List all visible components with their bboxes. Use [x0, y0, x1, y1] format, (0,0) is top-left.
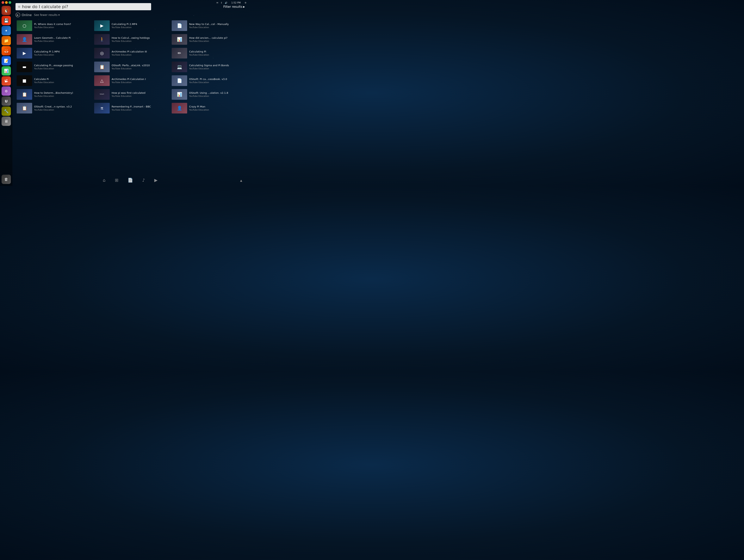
result-thumb-3: 📄 — [172, 20, 187, 31]
result-source-5: YouTube Education — [112, 40, 166, 42]
result-item-21[interactable]: 👤 Crazy Pi Man YouTube Education — [171, 102, 245, 114]
result-item-10[interactable]: ▬ Calculating Pi...essage passing YouTub… — [15, 61, 90, 73]
sidebar-item-calc[interactable]: 📊 — [2, 66, 11, 76]
result-title-16: How to Determ...Biochemistry) — [34, 91, 89, 95]
thumb-icon-1: ○ — [23, 23, 26, 28]
result-info-7: Calculating Pi 1.MP4 YouTube Education — [34, 50, 89, 56]
writer-icon: 📝 — [4, 58, 9, 63]
result-info-13: Calculate Pi YouTube Education — [34, 78, 89, 84]
thumb-icon-12: 💻 — [177, 65, 182, 69]
result-item-7[interactable]: ▶ Calculating Pi 1.MP4 YouTube Education — [15, 47, 90, 59]
nav-apps[interactable]: ⊞ — [115, 178, 118, 183]
thumb-icon-16: 📋 — [22, 92, 27, 97]
result-source-10: YouTube Education — [34, 67, 89, 70]
settings-icon[interactable]: ⚙ — [245, 2, 247, 4]
nav-more-arrow[interactable]: ▲ — [240, 179, 242, 182]
sidebar-item-uone[interactable]: U — [2, 96, 11, 106]
sidebar-item-impress[interactable]: 📽 — [2, 76, 11, 86]
result-item-14[interactable]: △ Archimedes Pi Calculation I YouTube Ed… — [93, 75, 168, 87]
result-thumb-15: 📄 — [172, 75, 187, 86]
result-source-12: YouTube Education — [189, 67, 244, 70]
result-item-17[interactable]: 〰 How pi was first calculated YouTube Ed… — [93, 88, 168, 101]
result-title-5: How to Calcul...owing hotdogs — [112, 36, 166, 40]
result-thumb-1: ○ — [17, 20, 32, 31]
result-item-8[interactable]: ◎ Archimedes Pi calculation III YouTube … — [93, 47, 168, 59]
nav-music[interactable]: ♪ — [142, 178, 145, 183]
result-item-6[interactable]: 📊 How did ancien... calculate pi? YouTub… — [171, 33, 245, 45]
results-grid: ○ Pi, Where does it come from? YouTube E… — [15, 19, 245, 114]
result-thumb-8: ◎ — [94, 48, 110, 58]
result-item-3[interactable]: 📄 New Way to Cal...cel - Manually YouTub… — [171, 19, 245, 32]
result-thumb-4: 👤 — [17, 34, 32, 45]
result-info-9: Calculating Pi YouTube Education — [189, 50, 244, 56]
window-controls[interactable] — [2, 1, 11, 4]
result-info-19: OSIsoft: Creat...n syntax. v3.2 YouTube … — [34, 105, 89, 111]
sidebar-item-tools[interactable]: ⚙ — [2, 86, 11, 96]
result-item-2[interactable]: ▶ Calculating Pi 2.MP4 YouTube Education — [93, 19, 168, 32]
nav-files[interactable]: 📄 — [128, 178, 133, 183]
sidebar-item-backup[interactable]: 💾 — [2, 16, 11, 25]
result-item-16[interactable]: 📋 How to Determ...Biochemistry) YouTube … — [15, 88, 90, 101]
result-thumb-14: △ — [94, 75, 110, 86]
result-info-16: How to Determ...Biochemistry) YouTube Ed… — [34, 91, 89, 97]
sidebar-item-app2[interactable]: ✦ — [2, 26, 11, 35]
result-item-1[interactable]: ○ Pi, Where does it come from? YouTube E… — [15, 19, 90, 32]
nav-video[interactable]: ▶ — [154, 178, 157, 183]
result-source-14: YouTube Education — [112, 81, 166, 84]
section-header: ▶ Online See fewer results ▾ — [15, 12, 245, 17]
mail-icon[interactable]: ✉ — [216, 2, 218, 4]
result-item-9[interactable]: ✏ Calculating Pi YouTube Education — [171, 47, 245, 59]
result-thumb-10: ▬ — [17, 62, 32, 72]
result-info-21: Crazy Pi Man YouTube Education — [189, 105, 244, 111]
result-source-1: YouTube Education — [34, 26, 89, 29]
result-title-8: Archimedes Pi calculation III — [112, 50, 166, 53]
result-item-18[interactable]: 📊 OSIsoft: Using ...ulation. v2.1.8 YouT… — [171, 88, 245, 101]
result-info-1: Pi, Where does it come from? YouTube Edu… — [34, 23, 89, 29]
online-label: Online — [22, 13, 32, 17]
result-source-3: YouTube Education — [189, 26, 244, 29]
network-icon[interactable]: ↕ — [221, 2, 222, 4]
result-thumb-21: 👤 — [172, 103, 187, 114]
folder2-icon: 🖥 — [4, 119, 8, 124]
maximize-button[interactable] — [8, 1, 11, 4]
result-item-5[interactable]: 🚶 How to Calcul...owing hotdogs YouTube … — [93, 33, 168, 45]
ubuntu-logo-icon: 🐧 — [4, 8, 9, 13]
sidebar-item-trash[interactable]: 🗑 — [2, 175, 11, 184]
result-item-12[interactable]: 💻 Calculating Sigma and Pi Bonds YouTube… — [171, 61, 245, 73]
result-thumb-18: 📊 — [172, 89, 187, 100]
sidebar-item-ubuntu[interactable]: 🐧 — [2, 6, 11, 15]
fewer-results-button[interactable]: See fewer results ▾ — [34, 13, 60, 16]
sidebar-item-writer[interactable]: 📝 — [2, 56, 11, 66]
result-thumb-2: ▶ — [94, 20, 110, 31]
close-button[interactable] — [2, 1, 4, 4]
result-thumb-6: 📊 — [172, 34, 187, 45]
result-item-19[interactable]: 📋 OSIsoft: Creat...n syntax. v3.2 YouTub… — [15, 102, 90, 114]
result-info-11: OSIsoft: Perfo...ataLink. v2010 YouTube … — [112, 64, 166, 70]
result-item-20[interactable]: π Remembering P...insmart - BBC YouTube … — [93, 102, 168, 114]
nav-home[interactable]: ⌂ — [103, 178, 106, 183]
result-item-13[interactable]: ■ Calculate Pi YouTube Education — [15, 75, 90, 87]
volume-icon[interactable]: 🔊 — [225, 2, 227, 4]
result-thumb-11: 📋 — [94, 62, 110, 72]
app2-icon: ✦ — [5, 29, 7, 33]
result-title-10: Calculating Pi...essage passing — [34, 64, 89, 67]
result-title-1: Pi, Where does it come from? — [34, 23, 89, 26]
sidebar: 🐧 💾 ✦ 📁 🦊 📝 📊 📽 ⚙ U 🔧 🖥 🗑 — [0, 0, 12, 186]
result-title-15: OSIsoft: PI ca...cessBook. v3.0 — [189, 78, 244, 81]
thumb-icon-10: ▬ — [23, 65, 27, 69]
sidebar-item-firefox[interactable]: 🦊 — [2, 46, 11, 55]
result-item-4[interactable]: 👤 Learn Geometr... Calculate Pi YouTube … — [15, 33, 90, 45]
sidebar-item-files[interactable]: 📁 — [2, 36, 11, 45]
sidebar-item-wrench[interactable]: 🔧 — [2, 107, 11, 116]
result-item-11[interactable]: 📋 OSIsoft: Perfo...ataLink. v2010 YouTub… — [93, 61, 168, 73]
result-thumb-7: ▶ — [17, 48, 32, 58]
thumb-icon-8: ◎ — [100, 51, 104, 55]
result-item-15[interactable]: 📄 OSIsoft: PI ca...cessBook. v3.0 YouTub… — [171, 75, 245, 87]
sidebar-item-folder2[interactable]: 🖥 — [2, 117, 11, 126]
calc-icon: 📊 — [4, 69, 9, 73]
minimize-button[interactable] — [5, 1, 8, 4]
result-title-2: Calculating Pi 2.MP4 — [112, 23, 166, 26]
result-source-6: YouTube Education — [189, 40, 244, 42]
result-title-13: Calculate Pi — [34, 78, 89, 81]
thumb-icon-21: 👤 — [177, 106, 182, 111]
